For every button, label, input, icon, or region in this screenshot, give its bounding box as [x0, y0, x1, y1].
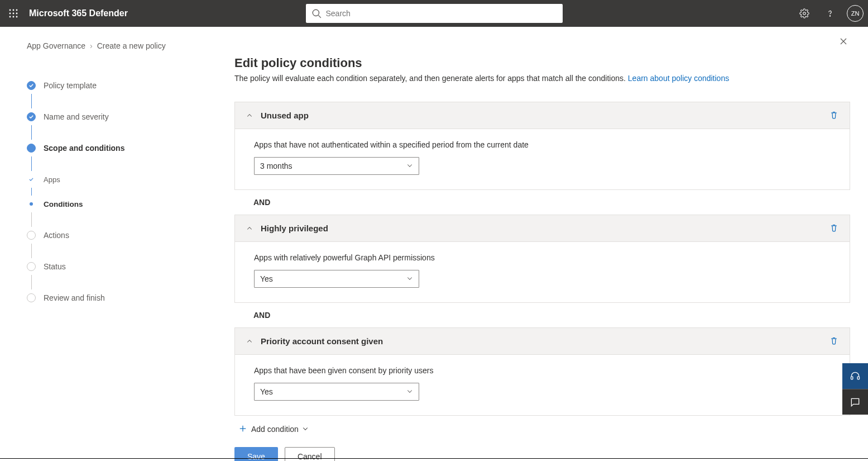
- condition-desc: Apps that have not authenticated within …: [254, 140, 831, 149]
- avatar-initials: ZN: [851, 10, 860, 17]
- check-icon: [28, 177, 34, 182]
- svg-rect-18: [857, 377, 859, 379]
- cancel-button[interactable]: Cancel: [285, 447, 335, 461]
- wizard-step-name-severity[interactable]: Name and severity: [27, 108, 234, 125]
- add-condition-label: Add condition: [251, 425, 299, 434]
- close-button[interactable]: [839, 37, 848, 47]
- trash-icon: [829, 224, 838, 232]
- learn-link[interactable]: Learn about policy conditions: [628, 74, 729, 83]
- wizard-substep-apps[interactable]: Apps: [27, 171, 234, 188]
- condition-title: Priority account consent given: [261, 336, 829, 346]
- check-icon: [28, 114, 34, 120]
- delete-condition-button[interactable]: [829, 224, 840, 234]
- app-title: Microsoft 365 Defender: [29, 8, 128, 18]
- dropdown-value: Yes: [260, 274, 273, 283]
- condition-card: Unused app Apps that have not authentica…: [234, 102, 850, 190]
- condition-value-dropdown[interactable]: 3 months: [254, 157, 419, 175]
- svg-point-4: [13, 13, 15, 15]
- condition-header[interactable]: Priority account consent given: [235, 328, 850, 355]
- svg-point-3: [9, 13, 11, 15]
- and-separator: AND: [234, 303, 850, 327]
- svg-point-9: [313, 9, 319, 16]
- chevron-up-icon: [245, 111, 254, 120]
- chevron-up-icon: [245, 337, 254, 346]
- search-input[interactable]: [306, 4, 563, 23]
- condition-card: Priority account consent given Apps that…: [234, 327, 850, 416]
- condition-title: Unused app: [261, 111, 829, 120]
- svg-point-11: [803, 12, 806, 15]
- breadcrumb-item[interactable]: App Governance: [27, 41, 85, 50]
- chevron-up-icon: [245, 224, 254, 233]
- wizard-substep-conditions[interactable]: Conditions: [27, 196, 234, 212]
- gear-icon: [799, 8, 809, 18]
- close-icon: [839, 37, 848, 46]
- help-button[interactable]: [821, 4, 839, 22]
- wizard-step-label: Conditions: [44, 200, 83, 208]
- condition-desc: Apps with relatively powerful Graph API …: [254, 253, 831, 262]
- delete-condition-button[interactable]: [829, 111, 840, 121]
- wizard-step-review[interactable]: Review and finish: [27, 289, 234, 306]
- svg-line-10: [318, 15, 321, 18]
- wizard-step-label: Policy template: [44, 81, 97, 90]
- svg-point-2: [16, 9, 18, 11]
- svg-point-1: [13, 9, 15, 11]
- trash-icon: [829, 111, 838, 120]
- svg-point-7: [13, 16, 15, 18]
- plus-icon: [239, 425, 248, 434]
- chevron-down-icon: [406, 161, 413, 170]
- wizard-step-policy-template[interactable]: Policy template: [27, 77, 234, 94]
- condition-header[interactable]: Highly privileged: [235, 215, 850, 242]
- waffle-icon: [9, 9, 18, 18]
- and-separator: AND: [234, 190, 850, 215]
- topbar: Microsoft 365 Defender ZN: [0, 0, 868, 27]
- delete-condition-button[interactable]: [829, 336, 840, 346]
- svg-point-0: [9, 9, 11, 11]
- breadcrumb: App Governance › Create a new policy: [27, 41, 234, 50]
- condition-value-dropdown[interactable]: Yes: [254, 383, 419, 401]
- flyout-panel: Edit policy conditions The policy will e…: [234, 27, 868, 461]
- condition-value-dropdown[interactable]: Yes: [254, 270, 419, 288]
- wizard-step-label: Actions: [44, 231, 69, 240]
- dropdown-value: Yes: [260, 387, 273, 396]
- left-column: App Governance › Create a new policy Pol…: [0, 27, 234, 461]
- app-launcher-button[interactable]: [4, 4, 22, 22]
- add-condition-button[interactable]: Add condition: [234, 416, 850, 434]
- save-button[interactable]: Save: [234, 447, 278, 461]
- feedback-widget[interactable]: [842, 389, 868, 415]
- bottom-border: [0, 458, 868, 459]
- wizard-step-scope-conditions[interactable]: Scope and conditions: [27, 140, 234, 156]
- chat-icon: [850, 397, 861, 408]
- chevron-down-icon: [302, 425, 309, 434]
- wizard-step-label: Apps: [44, 175, 60, 184]
- headset-widget[interactable]: [842, 363, 868, 389]
- trash-icon: [829, 336, 838, 345]
- dropdown-value: 3 months: [260, 161, 292, 170]
- check-icon: [28, 83, 34, 88]
- chevron-right-icon: ›: [90, 41, 93, 50]
- panel-title: Edit policy conditions: [234, 56, 850, 70]
- wizard-step-label: Status: [44, 262, 66, 271]
- condition-header[interactable]: Unused app: [235, 102, 850, 129]
- breadcrumb-item: Create a new policy: [97, 41, 166, 50]
- search-wrap: [306, 4, 563, 23]
- chevron-down-icon: [406, 274, 413, 283]
- svg-point-6: [9, 16, 11, 18]
- svg-point-8: [16, 16, 18, 18]
- avatar[interactable]: ZN: [847, 5, 864, 22]
- wizard-step-actions[interactable]: Actions: [27, 227, 234, 244]
- svg-point-12: [829, 16, 830, 16]
- panel-subtitle: The policy will evaluate each condition …: [234, 74, 850, 83]
- svg-point-5: [16, 13, 18, 15]
- condition-title: Highly privileged: [261, 224, 829, 233]
- wizard-step-label: Review and finish: [44, 293, 105, 302]
- headset-icon: [850, 370, 861, 382]
- svg-rect-17: [851, 377, 853, 379]
- settings-button[interactable]: [795, 4, 813, 22]
- condition-card: Highly privileged Apps with relatively p…: [234, 215, 850, 303]
- search-icon: [311, 8, 322, 20]
- wizard-step-label: Scope and conditions: [44, 144, 124, 153]
- wizard-step-status[interactable]: Status: [27, 258, 234, 275]
- side-widgets: [842, 363, 868, 415]
- chevron-down-icon: [406, 387, 413, 396]
- wizard-steps: Policy template Name and severity Scope …: [27, 77, 234, 306]
